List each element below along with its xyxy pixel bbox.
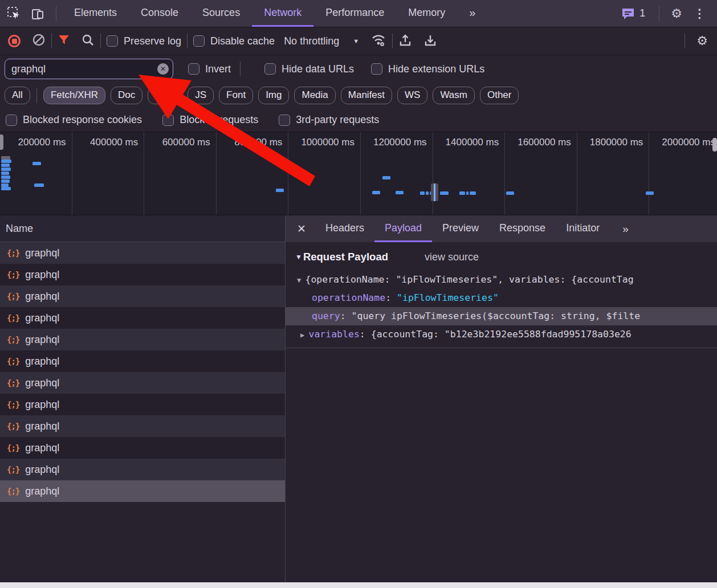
filter-chip-wasm[interactable]: Wasm [433, 87, 475, 104]
request-row[interactable]: {;}graphql [0, 372, 285, 394]
close-details-icon[interactable]: ✕ [286, 215, 315, 242]
scrollbar-thumb[interactable] [712, 138, 717, 152]
invert-checkbox[interactable]: Invert [188, 63, 231, 75]
filter-chip-font[interactable]: Font [219, 87, 253, 104]
issues-counter[interactable]: 1 [621, 7, 645, 20]
detail-tab-headers[interactable]: Headers [315, 215, 374, 242]
timeline-tick: 1400000 ms [433, 132, 506, 215]
detail-tab-payload[interactable]: Payload [374, 215, 432, 242]
network-settings-gear-icon[interactable]: ⚙ [691, 34, 714, 48]
window-bottom-edge [0, 582, 717, 588]
filter-chip-js[interactable]: JS [188, 87, 214, 104]
checkbox[interactable] [6, 115, 17, 126]
request-list: {;}graphql{;}graphql{;}graphql{;}graphql… [0, 242, 285, 582]
inspect-element-icon[interactable] [7, 6, 22, 21]
request-name: graphql [25, 312, 59, 324]
3rd-party-requests-checkbox[interactable]: 3rd-party requests [279, 114, 379, 126]
clear-filter-icon[interactable]: ✕ [157, 63, 169, 75]
waterfall-bar [1, 160, 11, 163]
filter-funnel-icon[interactable] [58, 34, 70, 48]
json-icon: {;} [7, 400, 19, 409]
checkbox[interactable] [188, 63, 199, 75]
timeline-tick: 600000 ms [144, 132, 217, 215]
request-row[interactable]: {;}graphql [0, 415, 285, 437]
checkbox[interactable] [371, 63, 382, 75]
blocked-requests-checkbox[interactable]: Blocked requests [162, 114, 258, 126]
filter-chip-ws[interactable]: WS [397, 87, 427, 104]
more-details-tabs-button[interactable]: » [614, 215, 637, 242]
tab-sources[interactable]: Sources [190, 0, 252, 27]
detail-tab-preview[interactable]: Preview [432, 215, 489, 242]
request-row[interactable]: {;}graphql [0, 437, 285, 459]
devtools-tabs: ElementsConsoleSourcesNetworkPerformance… [62, 0, 457, 27]
json-icon: {;} [7, 313, 19, 322]
blocked-response-cookies-checkbox[interactable]: Blocked response cookies [6, 114, 142, 126]
filter-chip-css[interactable]: CSS [148, 87, 182, 104]
checkbox[interactable] [107, 35, 118, 47]
throttling-dropdown[interactable]: No throttling ▼ [284, 35, 359, 47]
disable-cache-checkbox[interactable]: Disable cache [193, 35, 275, 47]
request-option-checkboxes: Blocked response cookiesBlocked requests… [0, 108, 717, 132]
request-row[interactable]: {;}graphql [0, 394, 285, 415]
filter-chip-manifest[interactable]: Manifest [341, 87, 392, 104]
scrollbar-thumb[interactable] [0, 134, 3, 150]
tab-elements[interactable]: Elements [62, 0, 129, 27]
divider [685, 34, 685, 48]
filter-chip-media[interactable]: Media [294, 87, 335, 104]
view-source-link[interactable]: view source [425, 251, 479, 263]
filter-chip-fetch-xhr[interactable]: Fetch/XHR [43, 87, 105, 104]
request-name: graphql [25, 420, 59, 432]
detail-tab-initiator[interactable]: Initiator [556, 215, 610, 242]
detail-tab-response[interactable]: Response [489, 215, 556, 242]
payload-line[interactable]: ▶ variables: {accountTag: "b12e3b2192ee5… [286, 325, 717, 344]
tab-performance[interactable]: Performance [313, 0, 396, 27]
hide-data-urls-checkbox[interactable]: Hide data URLs [264, 63, 354, 75]
waterfall-selection-marker [431, 183, 438, 201]
payload-line[interactable]: query: "query ipFlowTimeseries($accountT… [286, 307, 717, 325]
filter-input[interactable] [5, 59, 173, 79]
preserve-log-checkbox[interactable]: Preserve log [107, 35, 181, 47]
tab-memory[interactable]: Memory [396, 0, 457, 27]
request-row[interactable]: {;}graphql [0, 350, 285, 372]
name-column-header[interactable]: Name [0, 215, 285, 242]
request-row[interactable]: {;}graphql [0, 329, 285, 350]
settings-gear-icon[interactable]: ⚙ [665, 6, 688, 21]
checkbox[interactable] [279, 115, 290, 126]
request-name: graphql [25, 269, 59, 281]
more-tabs-button[interactable]: » [457, 0, 487, 27]
payload-line[interactable]: operationName: "ipFlowTimeseries" [286, 289, 717, 307]
device-toolbar-icon[interactable] [31, 6, 46, 21]
checkbox[interactable] [162, 115, 174, 126]
payload-line[interactable]: ▼ {operationName: "ipFlowTimeseries", va… [286, 271, 717, 289]
checkbox[interactable] [264, 63, 276, 75]
tab-network[interactable]: Network [252, 0, 313, 27]
kebab-menu-icon[interactable]: ⋮ [688, 7, 711, 21]
request-row[interactable]: {;}graphql [0, 459, 285, 480]
export-har-icon[interactable] [423, 33, 437, 50]
divider [51, 34, 52, 48]
checkbox-label: Blocked requests [180, 114, 258, 126]
tab-console[interactable]: Console [129, 0, 190, 27]
request-row[interactable]: {;}graphql [0, 307, 285, 329]
filter-chip-other[interactable]: Other [480, 87, 519, 104]
request-row[interactable]: {;}graphql [0, 242, 285, 264]
checkbox[interactable] [193, 35, 205, 47]
search-icon[interactable] [82, 34, 95, 49]
filter-chip-img[interactable]: Img [258, 87, 289, 104]
timeline-tick: 200000 ms [0, 132, 72, 215]
record-network-log-button[interactable] [8, 35, 21, 47]
request-row[interactable]: {;}graphql [0, 480, 285, 502]
network-overview-timeline[interactable]: 200000 ms400000 ms600000 ms800000 ms1000… [0, 132, 717, 215]
collapse-triangle-icon[interactable]: ▼ [295, 253, 302, 261]
filter-chip-all[interactable]: All [5, 87, 30, 104]
request-name: graphql [25, 291, 59, 303]
network-conditions-icon[interactable] [370, 32, 386, 50]
hide-extension-urls-checkbox[interactable]: Hide extension URLs [371, 63, 484, 75]
clear-network-log-button[interactable] [32, 33, 46, 49]
import-har-icon[interactable] [398, 33, 412, 50]
request-row[interactable]: {;}graphql [0, 285, 285, 307]
waterfall-bar [372, 191, 380, 194]
timeline-tick: 1000000 ms [288, 132, 361, 215]
request-row[interactable]: {;}graphql [0, 264, 285, 285]
filter-chip-doc[interactable]: Doc [111, 87, 142, 104]
